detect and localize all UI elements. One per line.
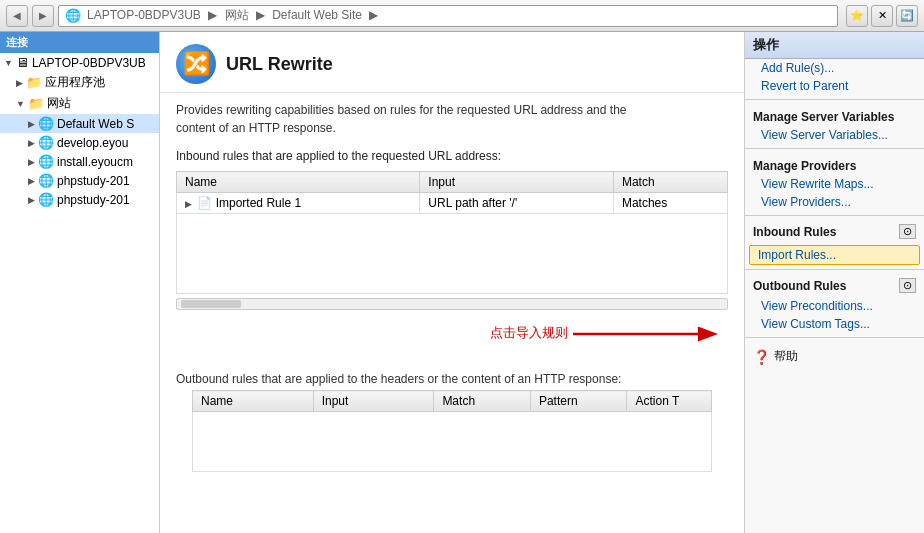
rule-input-cell: URL path after '/' (420, 193, 614, 214)
divider2 (745, 148, 924, 149)
sidebar-item-apppool[interactable]: ▶ 📁 应用程序池 (0, 72, 159, 93)
col-match: Match (613, 172, 727, 193)
divider5 (745, 337, 924, 338)
expand-icon: ▼ (4, 58, 13, 68)
outbound-col-input: Input (313, 391, 434, 412)
annotation-arrow (568, 319, 728, 349)
inbound-section-label: Inbound rules that are applied to the re… (160, 145, 744, 167)
folder-icon: 📁 (28, 96, 44, 111)
sidebar-item-default-web-site[interactable]: ▶ 🌐 Default Web S (0, 114, 159, 133)
outbound-table-row-empty (193, 412, 712, 472)
server-icon: 🖥 (16, 55, 29, 70)
page-header: 🔀 URL Rewrite (160, 32, 744, 93)
sidebar-item-install[interactable]: ▶ 🌐 install.eyoucm (0, 152, 159, 171)
site-globe-icon: 🌐 (38, 192, 54, 207)
divider1 (745, 99, 924, 100)
refresh-icon[interactable]: 🔄 (896, 5, 918, 27)
toolbar-icons: ⭐ ✕ 🔄 (846, 5, 918, 27)
sidebar: 连接 ▼ 🖥 LAPTOP-0BDPV3UB ▶ 📁 应用程序池 ▼ 📁 网站 … (0, 32, 160, 533)
divider4 (745, 269, 924, 270)
expand-icon: ▶ (16, 78, 23, 88)
outbound-col-pattern: Pattern (530, 391, 627, 412)
expand-icon: ▶ (28, 157, 35, 167)
outbound-col-match: Match (434, 391, 531, 412)
help-row[interactable]: ❓ 帮助 (745, 342, 924, 371)
back-button[interactable]: ◀ (6, 5, 28, 27)
breadcrumb: LAPTOP-0BDPV3UB ▶ 网站 ▶ Default Web Site … (85, 7, 380, 24)
expand-icon: ▼ (16, 99, 25, 109)
sidebar-header: 连接 (0, 32, 159, 53)
import-rules-link[interactable]: Import Rules... (749, 245, 920, 265)
star-icon[interactable]: ⭐ (846, 5, 868, 27)
sidebar-item-phpstudy1[interactable]: ▶ 🌐 phpstudy-201 (0, 171, 159, 190)
address-bar: 🌐 LAPTOP-0BDPV3UB ▶ 网站 ▶ Default Web Sit… (58, 5, 838, 27)
outbound-rules-table: Name Input Match Pattern Action T (192, 390, 712, 472)
manage-server-vars-header: Manage Server Variables (745, 104, 924, 126)
expand-icon: ▶ (28, 176, 35, 186)
outbound-col-action: Action T (627, 391, 712, 412)
manage-providers-header: Manage Providers (745, 153, 924, 175)
page-title: URL Rewrite (226, 54, 333, 75)
right-panel: 操作 Add Rule(s)... Revert to Parent Manag… (744, 32, 924, 533)
expand-icon: ▶ (28, 195, 35, 205)
inbound-scrollbar[interactable] (176, 298, 728, 310)
expand-icon: ▶ (28, 138, 35, 148)
sidebar-item-develop[interactable]: ▶ 🌐 develop.eyou (0, 133, 159, 152)
outbound-collapse-btn[interactable]: ⊙ (899, 278, 916, 293)
view-custom-tags-link[interactable]: View Custom Tags... (745, 315, 924, 333)
url-rewrite-icon: 🔀 (176, 44, 216, 84)
main-layout: 连接 ▼ 🖥 LAPTOP-0BDPV3UB ▶ 📁 应用程序池 ▼ 📁 网站 … (0, 32, 924, 533)
site-globe-icon: 🌐 (38, 154, 54, 169)
sidebar-item-sites[interactable]: ▼ 📁 网站 (0, 93, 159, 114)
inbound-rules-table: Name Input Match ▶ 📄 Imported Rule 1 URL… (176, 171, 728, 294)
revert-to-parent-link[interactable]: Revert to Parent (745, 77, 924, 95)
divider3 (745, 215, 924, 216)
inbound-rules-section: Inbound Rules ⊙ (745, 220, 924, 243)
forward-button[interactable]: ▶ (32, 5, 54, 27)
site-globe-icon: 🌐 (38, 135, 54, 150)
rule-name-cell: ▶ 📄 Imported Rule 1 (177, 193, 420, 214)
outbound-rules-header: Outbound Rules (753, 279, 846, 293)
help-label: 帮助 (774, 348, 798, 365)
sidebar-item-phpstudy2[interactable]: ▶ 🌐 phpstudy-201 (0, 190, 159, 209)
folder-icon: 📁 (26, 75, 42, 90)
sidebar-item-server[interactable]: ▼ 🖥 LAPTOP-0BDPV3UB (0, 53, 159, 72)
description: Provides rewriting capabilities based on… (160, 93, 744, 145)
rule-folder-icon: 📄 (197, 196, 212, 210)
content-area: 🔀 URL Rewrite Provides rewriting capabil… (160, 32, 744, 533)
view-server-vars-link[interactable]: View Server Variables... (745, 126, 924, 144)
help-icon: ❓ (753, 349, 770, 365)
table-row[interactable]: ▶ 📄 Imported Rule 1 URL path after '/' M… (177, 193, 728, 214)
row-expand-icon: ▶ (185, 199, 192, 209)
view-preconditions-link[interactable]: View Preconditions... (745, 297, 924, 315)
inbound-table-wrapper: Name Input Match ▶ 📄 Imported Rule 1 URL… (176, 171, 728, 294)
rule-match-cell: Matches (613, 193, 727, 214)
close-icon[interactable]: ✕ (871, 5, 893, 27)
view-providers-link[interactable]: View Providers... (745, 193, 924, 211)
top-navigation-bar: ◀ ▶ 🌐 LAPTOP-0BDPV3UB ▶ 网站 ▶ Default Web… (0, 0, 924, 32)
table-row-empty (177, 214, 728, 294)
outbound-table-wrapper: Name Input Match Pattern Action T (176, 390, 728, 472)
outbound-col-name: Name (193, 391, 314, 412)
view-rewrite-maps-link[interactable]: View Rewrite Maps... (745, 175, 924, 193)
annotation-area: 点击导入规则 (176, 314, 728, 364)
outbound-section-label: Outbound rules that are applied to the h… (160, 364, 744, 390)
right-panel-title: 操作 (745, 32, 924, 59)
annotation-text: 点击导入规则 (490, 324, 568, 342)
inbound-rules-header: Inbound Rules (753, 225, 836, 239)
col-input: Input (420, 172, 614, 193)
site-globe-icon: 🌐 (38, 116, 54, 131)
add-rules-link[interactable]: Add Rule(s)... (745, 59, 924, 77)
address-globe-icon: 🌐 (65, 8, 81, 23)
outbound-rules-section: Outbound Rules ⊙ (745, 274, 924, 297)
expand-icon: ▶ (28, 119, 35, 129)
site-globe-icon: 🌐 (38, 173, 54, 188)
col-name: Name (177, 172, 420, 193)
inbound-collapse-btn[interactable]: ⊙ (899, 224, 916, 239)
